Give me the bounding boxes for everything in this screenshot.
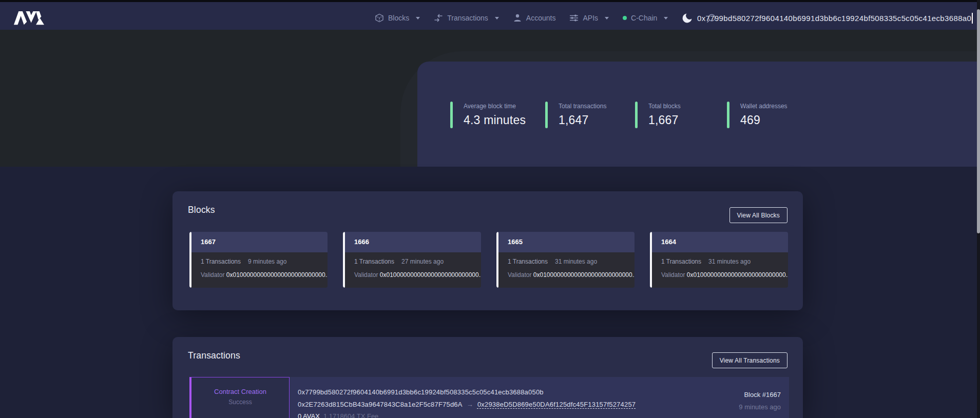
transaction-type: Contract Creation <box>191 388 289 395</box>
avalanche-logo-icon[interactable] <box>12 10 45 26</box>
nav-item-blocks[interactable]: Blocks <box>375 13 420 23</box>
block-card-1667[interactable]: 1667 1 Transactions9 minutes ago Validat… <box>189 232 328 288</box>
nav-item-cchain[interactable]: C-Chain <box>623 14 668 22</box>
moon-icon <box>682 13 693 24</box>
validator-label: Validator <box>508 271 531 278</box>
block-tx-count: 1 Transactions <box>354 258 394 265</box>
validator-label: Validator <box>661 271 685 278</box>
validator-address: 0x010000000000000000000000000... <box>687 271 788 278</box>
block-time-ago: 31 minutes ago <box>555 258 597 265</box>
nav-menu: Blocks Transactions Accounts <box>375 4 716 32</box>
transaction-fee: 1.1718604 TX Fee <box>323 412 378 418</box>
block-card-1665[interactable]: 1665 1 Transactions31 minutes ago Valida… <box>496 232 635 288</box>
navbar: Blocks Transactions Accounts <box>0 2 980 30</box>
transaction-status-box: Contract Creation Success <box>189 377 290 418</box>
stat-label: Total blocks <box>648 103 681 110</box>
view-all-blocks-button[interactable]: View All Blocks <box>729 207 787 223</box>
nav-item-label: Accounts <box>526 14 556 22</box>
validator-label: Validator <box>201 271 224 278</box>
stat-label: Total transactions <box>559 103 606 110</box>
stat-label: Wallet addresses <box>740 103 787 110</box>
block-time-ago: 27 minutes ago <box>401 258 444 265</box>
transaction-status: Success <box>191 399 289 406</box>
stat-value: 1,647 <box>559 113 606 127</box>
stat-accent-bar <box>635 102 638 128</box>
stat-value: 1,667 <box>648 113 681 127</box>
transaction-block-link[interactable]: Block #1667 <box>744 391 781 399</box>
transaction-to-address[interactable]: 0x2938eD5D869e50DA6f125dfc45F13157f52742… <box>477 401 636 408</box>
block-tx-count: 1 Transactions <box>201 258 241 265</box>
block-time-ago: 9 minutes ago <box>248 258 286 265</box>
transaction-hash[interactable]: 0x7799bd580272f9604140b6991d3bb6c19924bf… <box>298 388 544 396</box>
transaction-amount: 0 AVAX <box>298 412 320 418</box>
blocks-section-title: Blocks <box>188 205 215 215</box>
block-card-1666[interactable]: 1666 1 Transactions27 minutes ago Valida… <box>343 232 481 288</box>
transaction-from-address: 0x2E7263d815CbB43a9647843C8a1e2F5c87F75d… <box>298 401 463 408</box>
validator-label: Validator <box>354 271 378 278</box>
block-number: 1664 <box>652 232 788 252</box>
block-number: 1665 <box>498 232 635 252</box>
search-input[interactable] <box>697 4 971 32</box>
status-dot-green-icon <box>623 16 627 20</box>
transactions-section: Transactions View All Transactions Contr… <box>172 337 803 418</box>
validator-address: 0x010000000000000000000000000... <box>533 271 635 278</box>
stat-label: Average block time <box>464 103 526 110</box>
block-time-ago: 31 minutes ago <box>708 258 751 265</box>
person-icon <box>513 13 522 23</box>
nav-item-label: Blocks <box>388 14 409 22</box>
transaction-row[interactable]: Contract Creation Success 0x7799bd580272… <box>189 377 789 418</box>
block-card-1664[interactable]: 1664 1 Transactions31 minutes ago Valida… <box>650 232 788 288</box>
stat-average-block-time: Average block time 4.3 minutes <box>450 102 526 128</box>
transaction-time-ago: 9 minutes ago <box>739 403 781 411</box>
blocks-section: Blocks View All Blocks 1667 1 Transactio… <box>172 191 803 310</box>
stat-value: 469 <box>740 113 787 127</box>
chevron-down-icon <box>495 17 499 19</box>
nav-item-transactions[interactable]: Transactions <box>434 13 499 23</box>
block-tx-count: 1 Transactions <box>661 258 701 265</box>
view-all-transactions-button[interactable]: View All Transactions <box>712 352 787 368</box>
scrollbar-thumb[interactable] <box>977 9 980 233</box>
theme-toggle[interactable] <box>682 13 693 24</box>
nav-item-label: APIs <box>583 14 598 22</box>
nav-item-accounts[interactable]: Accounts <box>513 13 556 23</box>
cube-icon <box>375 13 384 23</box>
stat-total-transactions: Total transactions 1,647 <box>545 102 606 128</box>
stat-value: 4.3 minutes <box>464 113 526 127</box>
transaction-details: 0x7799bd580272f9604140b6991d3bb6c19924bf… <box>290 377 789 418</box>
stat-accent-bar <box>450 102 453 128</box>
stat-accent-bar <box>545 102 548 128</box>
block-number: 1667 <box>191 232 328 252</box>
block-tx-count: 1 Transactions <box>508 258 548 265</box>
nav-item-label: Transactions <box>447 14 488 22</box>
text-caret <box>972 13 973 24</box>
swap-arrows-icon <box>434 13 443 23</box>
nav-item-label: C-Chain <box>631 14 657 22</box>
arrow-right-icon: → <box>467 401 473 408</box>
chevron-down-icon <box>605 17 609 19</box>
stat-accent-bar <box>727 102 729 128</box>
sliders-icon <box>569 13 579 23</box>
transactions-section-title: Transactions <box>188 350 240 361</box>
chevron-down-icon <box>416 17 420 19</box>
stat-total-blocks: Total blocks 1,667 <box>635 102 681 128</box>
chevron-down-icon <box>664 17 668 19</box>
nav-item-apis[interactable]: APIs <box>569 13 609 23</box>
stat-wallet-addresses: Wallet addresses 469 <box>727 102 787 128</box>
validator-address: 0x010000000000000000000000000... <box>380 271 481 278</box>
validator-address: 0x010000000000000000000000000... <box>226 271 328 278</box>
block-number: 1666 <box>345 232 481 252</box>
